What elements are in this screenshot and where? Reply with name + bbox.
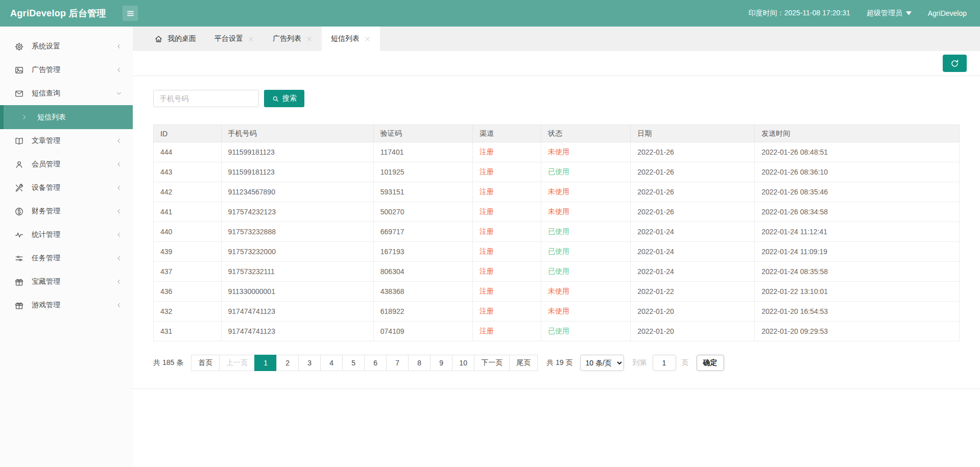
cell-phone: 917474741123 (221, 302, 373, 322)
cell-phone: 917474741123 (221, 322, 373, 341)
tab-close-icon[interactable] (306, 36, 313, 42)
cell-date: 2022-01-24 (631, 242, 755, 262)
column-header: 发送时间 (755, 125, 960, 142)
cell-sent-at: 2022-01-26 08:34:58 (755, 202, 960, 222)
book-icon (14, 136, 24, 146)
first-page-button[interactable]: 首页 (191, 355, 220, 371)
page-button-8[interactable]: 8 (408, 355, 431, 371)
user-role-dropdown[interactable]: 超级管理员 (867, 9, 912, 18)
sidebar-item-label: 会员管理 (32, 160, 115, 169)
sidebar-item-ad-management[interactable]: 广告管理 (0, 58, 133, 82)
page-button-4[interactable]: 4 (320, 355, 343, 371)
sidebar-item-game-management[interactable]: 游戏管理 (0, 293, 133, 317)
page-button-group: 首页上一页12345678910下一页尾页 (191, 355, 538, 371)
divider (133, 76, 980, 76)
chevron-down-icon (115, 90, 123, 97)
page-button-7[interactable]: 7 (386, 355, 409, 371)
cell-phone: 917573232111 (221, 262, 373, 282)
cell-channel: 注册 (472, 142, 541, 162)
envelope-icon (14, 89, 24, 99)
cell-id: 437 (154, 262, 222, 282)
next-page-button[interactable]: 下一页 (474, 355, 510, 371)
tab-ad-list[interactable]: 广告列表 (264, 27, 322, 51)
user-role-label: 超级管理员 (867, 9, 902, 18)
cell-status: 未使用 (541, 302, 631, 322)
goto-page-input[interactable] (653, 355, 676, 371)
column-header: 日期 (631, 125, 755, 142)
app-title: AgriDevelop 后台管理 (10, 7, 123, 19)
cell-channel: 注册 (472, 222, 541, 242)
last-page-button[interactable]: 尾页 (509, 355, 538, 371)
table-row: 442911234567890593151注册未使用2022-01-262022… (154, 182, 960, 202)
tab-label: 短信列表 (331, 34, 360, 43)
table-row: 441917574232123500270注册未使用2022-01-262022… (154, 202, 960, 222)
cell-sent-at: 2022-01-22 13:10:01 (755, 282, 960, 302)
cell-code: 117401 (373, 142, 472, 162)
sidebar-item-finance-management[interactable]: 财务管理 (0, 200, 133, 223)
sidebar-item-label: 文章管理 (32, 136, 115, 145)
cell-status: 已使用 (541, 242, 631, 262)
page-button-2[interactable]: 2 (276, 355, 299, 371)
confirm-button[interactable]: 确定 (697, 355, 724, 371)
sidebar-item-stats-management[interactable]: 统计管理 (0, 223, 133, 247)
goto-prefix-label: 到第 (633, 358, 647, 367)
column-header: 验证码 (373, 125, 472, 142)
sidebar-item-label: 任务管理 (32, 254, 115, 263)
sidebar-item-system-settings[interactable]: 系统设置 (0, 35, 133, 58)
column-header: 状态 (541, 125, 631, 142)
column-header: 手机号码 (221, 125, 373, 142)
sidebar-item-task-management[interactable]: 任务管理 (0, 247, 133, 270)
tab-label: 广告列表 (273, 34, 301, 43)
refresh-button[interactable] (943, 55, 967, 72)
column-header: 渠道 (472, 125, 541, 142)
tab-close-icon[interactable] (248, 36, 254, 42)
sidebar-item-article-management[interactable]: 文章管理 (0, 129, 133, 153)
column-header: ID (154, 125, 222, 142)
sidebar-subitem-sms-list[interactable]: 短信列表 (0, 105, 133, 129)
cell-channel: 注册 (472, 182, 541, 202)
cell-date: 2022-01-24 (631, 222, 755, 242)
cell-sent-at: 2022-01-26 08:36:10 (755, 162, 960, 182)
cell-date: 2022-01-20 (631, 302, 755, 322)
sidebar-item-device-management[interactable]: 设备管理 (0, 176, 133, 200)
cell-date: 2022-01-26 (631, 182, 755, 202)
page-button-6[interactable]: 6 (364, 355, 387, 371)
table-row: 437917573232111806304注册已使用2022-01-242022… (154, 262, 960, 282)
activity-icon (14, 230, 24, 240)
cell-phone: 917574232123 (221, 202, 373, 222)
tab-desktop[interactable]: 我的桌面 (145, 27, 205, 51)
chevron-left-icon (115, 184, 123, 191)
sidebar-item-member-management[interactable]: 会员管理 (0, 153, 133, 176)
cell-sent-at: 2022-01-24 11:12:41 (755, 222, 960, 242)
page-button-1[interactable]: 1 (254, 355, 277, 371)
tabbar: 我的桌面平台设置广告列表短信列表 (133, 27, 980, 51)
cell-channel: 注册 (472, 302, 541, 322)
prev-page-button[interactable]: 上一页 (219, 355, 255, 371)
table-row: 443911599181123101925注册已使用2022-01-262022… (154, 162, 960, 182)
sidebar-item-sms-query[interactable]: 短信查询 (0, 82, 133, 105)
page-button-10[interactable]: 10 (452, 355, 474, 371)
page-size-select[interactable]: 10 条/页 (580, 355, 624, 371)
total-pages-label: 共 19 页 (546, 358, 572, 367)
cell-id: 436 (154, 282, 222, 302)
phone-search-input[interactable] (153, 90, 259, 107)
page-button-9[interactable]: 9 (430, 355, 452, 371)
sms-table: ID手机号码验证码渠道状态日期发送时间 44491159918112311740… (153, 125, 960, 341)
table-row: 439917573232000167193注册已使用2022-01-242022… (154, 242, 960, 262)
tab-sms-list[interactable]: 短信列表 (322, 27, 380, 51)
tab-close-icon[interactable] (364, 36, 371, 42)
search-button[interactable]: 搜索 (264, 90, 304, 107)
home-icon (154, 35, 163, 43)
sidebar-item-treasure-management[interactable]: 宝藏管理 (0, 270, 133, 293)
cell-code: 074109 (373, 322, 472, 341)
table-body: 444911599181123117401注册未使用2022-01-262022… (154, 142, 960, 341)
chevron-left-icon (115, 255, 123, 262)
chevron-right-icon (21, 114, 28, 120)
tab-platform-settings[interactable]: 平台设置 (205, 27, 264, 51)
tab-label: 平台设置 (214, 34, 243, 43)
page-button-3[interactable]: 3 (298, 355, 321, 371)
page-button-5[interactable]: 5 (342, 355, 365, 371)
cell-channel: 注册 (472, 262, 541, 282)
sidebar-item-label: 广告管理 (32, 65, 115, 75)
sidebar-toggle-button[interactable] (123, 6, 138, 21)
